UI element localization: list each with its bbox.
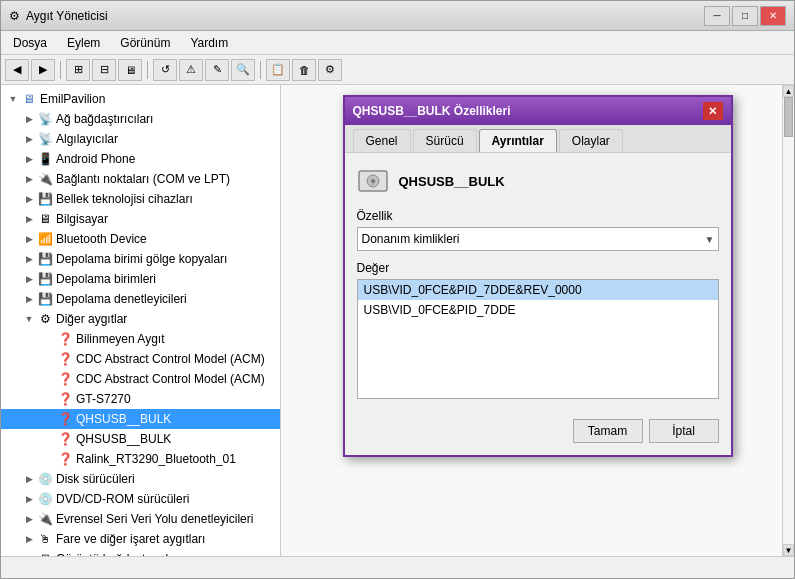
- tree-item-dvd[interactable]: ▶ 💿 DVD/CD-ROM sürücüleri: [1, 489, 280, 509]
- title-bar-left: ⚙ Aygıt Yöneticisi: [9, 9, 108, 23]
- tree-item-diger[interactable]: ▼ ⚙ Diğer aygıtlar: [1, 309, 280, 329]
- app-icon: ⚙: [9, 9, 20, 23]
- tree-item-bluetooth[interactable]: ▶ 📶 Bluetooth Device: [1, 229, 280, 249]
- expander-baglanti: ▶: [21, 171, 37, 187]
- label-dep-golge: Depolama birimi gölge kopyaları: [56, 252, 227, 266]
- expander-root: ▼: [5, 91, 21, 107]
- tree-item-qhsusb2[interactable]: ❓ QHSUSB__BULK: [1, 429, 280, 449]
- tree-item-goruntu[interactable]: ▶ 🖥 Görüntü bağdaştırıcıları: [1, 549, 280, 556]
- device-icon: ?: [357, 165, 389, 197]
- property-select[interactable]: Donanım kimlikleri: [357, 227, 719, 251]
- tree-item-gt[interactable]: ❓ GT-S7270: [1, 389, 280, 409]
- toolbar-separator-3: [260, 61, 261, 79]
- icon-computer: 🖥: [21, 91, 37, 107]
- toolbar-btn-10[interactable]: ⚙: [318, 59, 342, 81]
- dialog-tabs: Genel Sürücü Ayrıntılar Olaylar: [345, 125, 731, 153]
- toolbar-btn-7[interactable]: 🔍: [231, 59, 255, 81]
- maximize-button[interactable]: □: [732, 6, 758, 26]
- expander-alg: ▶: [21, 131, 37, 147]
- menu-eylem[interactable]: Eylem: [59, 34, 108, 52]
- expander-disk: ▶: [21, 471, 37, 487]
- value-section-label: Değer: [357, 261, 719, 275]
- dialog-overlay: QHSUSB__BULK Özellikleri ✕ Genel Sürücü …: [281, 85, 794, 556]
- tree-item-bellek[interactable]: ▶ 💾 Bellek teknolojisi cihazları: [1, 189, 280, 209]
- title-bar-controls: ─ □ ✕: [704, 6, 786, 26]
- toolbar-btn-1[interactable]: ⊞: [66, 59, 90, 81]
- tree-item-disk[interactable]: ▶ 💿 Disk sürücüleri: [1, 469, 280, 489]
- toolbar-btn-3[interactable]: 🖥: [118, 59, 142, 81]
- forward-button[interactable]: ▶: [31, 59, 55, 81]
- value-item-0[interactable]: USB\VID_0FCE&PID_7DDE&REV_0000: [358, 280, 718, 300]
- menu-yardim[interactable]: Yardım: [182, 34, 236, 52]
- tree-item-alg[interactable]: ▶ 📡 Algılayıcılar: [1, 129, 280, 149]
- expander-dep-bir: ▶: [21, 271, 37, 287]
- right-panel: ▲ ▼ QHSUSB__BULK Özellikleri ✕ Genel: [281, 85, 794, 556]
- tree-item-android[interactable]: ▶ 📱 Android Phone: [1, 149, 280, 169]
- label-bellek: Bellek teknolojisi cihazları: [56, 192, 193, 206]
- toolbar-btn-8[interactable]: 📋: [266, 59, 290, 81]
- tree-item-qhsusb1[interactable]: ❓ QHSUSB__BULK: [1, 409, 280, 429]
- tree-item-cdc1[interactable]: ❓ CDC Abstract Control Model (ACM): [1, 349, 280, 369]
- label-evrensel: Evrensel Seri Veri Yolu denetleyicileri: [56, 512, 253, 526]
- tree-item-ag[interactable]: ▶ 📡 Ağ bağdaştırıcıları: [1, 109, 280, 129]
- tree-item-dep-bir[interactable]: ▶ 💾 Depolama birimleri: [1, 269, 280, 289]
- tree-item-cdc2[interactable]: ❓ CDC Abstract Control Model (ACM): [1, 369, 280, 389]
- icon-bilgisayar: 🖥: [37, 211, 53, 227]
- tab-olaylar[interactable]: Olaylar: [559, 129, 623, 152]
- icon-ralink: ❓: [57, 451, 73, 467]
- tab-surucu[interactable]: Sürücü: [413, 129, 477, 152]
- dialog-close-button[interactable]: ✕: [703, 102, 723, 120]
- tree-item-fare[interactable]: ▶ 🖱 Fare ve diğer işaret aygıtları: [1, 529, 280, 549]
- tree-item-bilinmeyen[interactable]: ❓ Bilinmeyen Aygıt: [1, 329, 280, 349]
- toolbar-separator-1: [60, 61, 61, 79]
- main-window: ⚙ Aygıt Yöneticisi ─ □ ✕ Dosya Eylem Gör…: [0, 0, 795, 579]
- tree-item-dep-den[interactable]: ▶ 💾 Depolama denetleyicileri: [1, 289, 280, 309]
- close-button[interactable]: ✕: [760, 6, 786, 26]
- device-name: QHSUSB__BULK: [399, 174, 505, 189]
- tree-item-dep-golge[interactable]: ▶ 💾 Depolama birimi gölge kopyaları: [1, 249, 280, 269]
- toolbar-btn-4[interactable]: ↺: [153, 59, 177, 81]
- expander-qhsusb2: [41, 431, 57, 447]
- value-item-1[interactable]: USB\VID_0FCE&PID_7DDE: [358, 300, 718, 320]
- ok-button[interactable]: Tamam: [573, 419, 643, 443]
- tree-item-ralink[interactable]: ❓ Ralink_RT3290_Bluetooth_01: [1, 449, 280, 469]
- svg-text:?: ?: [370, 178, 375, 187]
- icon-dvd: 💿: [37, 491, 53, 507]
- expander-bluetooth: ▶: [21, 231, 37, 247]
- tree-item-evrensel[interactable]: ▶ 🔌 Evrensel Seri Veri Yolu denetleyicil…: [1, 509, 280, 529]
- label-fare: Fare ve diğer işaret aygıtları: [56, 532, 205, 546]
- tree-item-bilgisayar[interactable]: ▶ 🖥 Bilgisayar: [1, 209, 280, 229]
- expander-fare: ▶: [21, 531, 37, 547]
- label-bilgisayar: Bilgisayar: [56, 212, 108, 226]
- menu-dosya[interactable]: Dosya: [5, 34, 55, 52]
- tree-item-root[interactable]: ▼ 🖥 EmilPavilion: [1, 89, 280, 109]
- icon-dep-bir: 💾: [37, 271, 53, 287]
- expander-evrensel: ▶: [21, 511, 37, 527]
- toolbar-btn-6[interactable]: ✎: [205, 59, 229, 81]
- back-button[interactable]: ◀: [5, 59, 29, 81]
- tree-item-baglanti[interactable]: ▶ 🔌 Bağlantı noktaları (COM ve LPT): [1, 169, 280, 189]
- toolbar-btn-2[interactable]: ⊟: [92, 59, 116, 81]
- icon-cdc1: ❓: [57, 351, 73, 367]
- tab-genel[interactable]: Genel: [353, 129, 411, 152]
- label-dep-bir: Depolama birimleri: [56, 272, 156, 286]
- icon-dep-golge: 💾: [37, 251, 53, 267]
- label-android: Android Phone: [56, 152, 135, 166]
- icon-ag: 📡: [37, 111, 53, 127]
- menu-gorunum[interactable]: Görünüm: [112, 34, 178, 52]
- tree-panel[interactable]: ▼ 🖥 EmilPavilion ▶ 📡 Ağ bağdaştırıcıları…: [1, 85, 281, 556]
- toolbar: ◀ ▶ ⊞ ⊟ 🖥 ↺ ⚠ ✎ 🔍 📋 🗑 ⚙: [1, 55, 794, 85]
- toolbar-btn-9[interactable]: 🗑: [292, 59, 316, 81]
- label-dep-den: Depolama denetleyicileri: [56, 292, 187, 306]
- content-area: ▼ 🖥 EmilPavilion ▶ 📡 Ağ bağdaştırıcıları…: [1, 85, 794, 556]
- expander-ag: ▶: [21, 111, 37, 127]
- tab-ayrintilar[interactable]: Ayrıntılar: [479, 129, 557, 152]
- expander-cdc1: [41, 351, 57, 367]
- icon-cdc2: ❓: [57, 371, 73, 387]
- cancel-button[interactable]: İptal: [649, 419, 719, 443]
- value-list[interactable]: USB\VID_0FCE&PID_7DDE&REV_0000 USB\VID_0…: [357, 279, 719, 399]
- device-header: ? QHSUSB__BULK: [357, 165, 719, 197]
- minimize-button[interactable]: ─: [704, 6, 730, 26]
- toolbar-btn-5[interactable]: ⚠: [179, 59, 203, 81]
- menu-bar: Dosya Eylem Görünüm Yardım: [1, 31, 794, 55]
